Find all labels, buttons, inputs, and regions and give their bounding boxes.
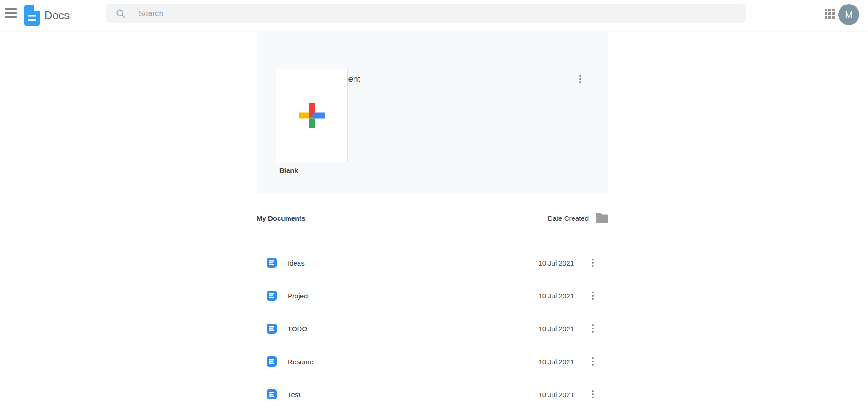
document-menu-button[interactable]: [589, 256, 596, 270]
document-menu-button[interactable]: [589, 388, 596, 401]
document-icon: [267, 258, 277, 268]
document-date: 10 Jul 2021: [538, 325, 574, 333]
document-date: 10 Jul 2021: [538, 391, 574, 398]
folder-icon[interactable]: [595, 212, 609, 224]
document-row-test[interactable]: Test 10 Jul 2021: [257, 384, 608, 404]
document-date: 10 Jul 2021: [538, 292, 574, 300]
blank-card-label: Blank: [279, 166, 298, 174]
document-icon: [267, 389, 277, 399]
documents-section-title: My Documents: [257, 214, 305, 222]
document-title: Project: [288, 292, 309, 300]
document-icon: [267, 356, 277, 367]
docs-logo-icon[interactable]: [24, 5, 40, 26]
document-menu-button[interactable]: [589, 322, 596, 335]
documents-list-header: My Documents Date Created: [257, 211, 608, 225]
document-title: Resume: [288, 358, 313, 366]
apps-grid-icon[interactable]: [825, 9, 835, 19]
search-icon: [116, 9, 126, 19]
plus-icon: [299, 103, 325, 128]
document-row-resume[interactable]: Resume 10 Jul 2021: [257, 351, 608, 372]
menu-icon[interactable]: [5, 8, 17, 18]
document-row-todo[interactable]: TODO 10 Jul 2021: [257, 319, 608, 339]
document-title: Ideas: [288, 259, 305, 267]
document-icon: [267, 324, 277, 334]
document-row-project[interactable]: Project 10 Jul 2021: [257, 286, 608, 306]
sort-by-date-label[interactable]: Date Created: [548, 214, 589, 222]
document-menu-button[interactable]: [589, 355, 596, 368]
new-document-panel: Start a new document Blank: [257, 32, 608, 193]
top-bar: Docs M: [0, 0, 868, 31]
document-date: 10 Jul 2021: [538, 259, 574, 267]
new-document-menu-button[interactable]: [577, 72, 584, 86]
document-date: 10 Jul 2021: [538, 358, 574, 366]
document-title: TODO: [288, 325, 307, 333]
search-bar[interactable]: [106, 4, 746, 23]
app-title: Docs: [44, 0, 70, 31]
document-row-ideas[interactable]: Ideas 10 Jul 2021: [257, 253, 608, 273]
document-title: Test: [288, 391, 300, 398]
blank-document-card[interactable]: [276, 69, 348, 162]
document-icon: [267, 291, 277, 301]
account-avatar[interactable]: M: [838, 4, 859, 25]
document-menu-button[interactable]: [589, 289, 596, 303]
documents-list: Ideas 10 Jul 2021 Project 10 Jul 2021 TO…: [257, 253, 608, 409]
search-input[interactable]: [138, 4, 746, 23]
